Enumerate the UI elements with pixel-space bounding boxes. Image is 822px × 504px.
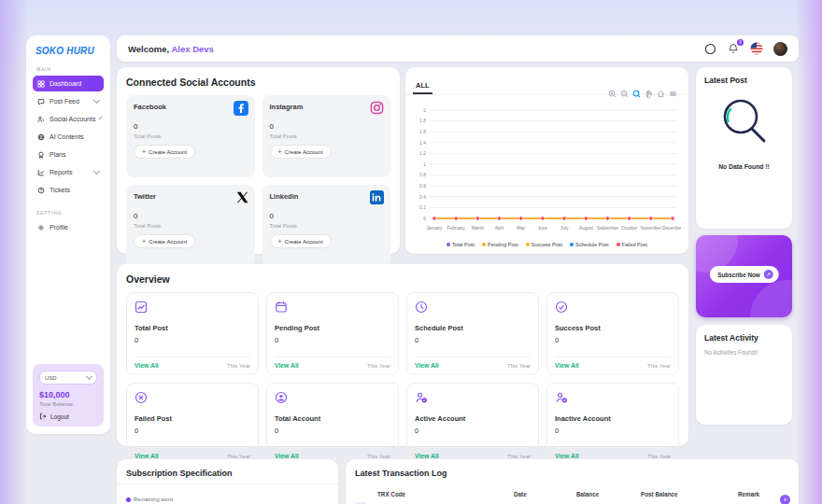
view-all-link[interactable]: View All	[275, 453, 299, 459]
logout-button[interactable]: Logout	[39, 413, 97, 420]
welcome-text: Welcome,	[128, 44, 169, 54]
ai-contents-icon	[37, 133, 45, 141]
twitter-x-icon	[236, 190, 248, 207]
legend-item[interactable]: Schedule Post	[570, 242, 608, 247]
plans-icon	[37, 151, 45, 159]
create-account-label: Create Account	[285, 149, 323, 155]
profile-avatar[interactable]	[773, 42, 787, 56]
reports-icon	[37, 169, 45, 176]
clock-icon	[415, 301, 531, 317]
column-header: TRX Code	[377, 491, 514, 497]
card-title: Active Account	[415, 414, 531, 423]
view-all-link[interactable]: View All	[135, 362, 159, 369]
legend-item[interactable]: Total Post	[446, 242, 475, 247]
svg-text:0: 0	[423, 216, 426, 221]
selection-zoom-icon[interactable]	[632, 90, 641, 98]
line-chart-icon	[135, 301, 250, 317]
view-all-link[interactable]: View All	[555, 362, 579, 369]
social-name: Linkedin	[270, 192, 384, 201]
menu-icon[interactable]	[669, 90, 677, 98]
legend-dot	[570, 243, 574, 246]
period-label: This Year	[367, 363, 390, 369]
language-flag-icon[interactable]	[750, 42, 763, 55]
legend-label: Remaining word	[134, 497, 173, 502]
chevron-down-icon	[93, 168, 100, 175]
sidebar-item-tickets[interactable]: Tickets	[33, 182, 104, 198]
social-tile-instagram: Instagram 0 Total Posts Create Account	[262, 95, 391, 177]
divider	[117, 483, 338, 484]
user-x-icon	[555, 391, 671, 408]
create-account-button[interactable]: Create Account	[134, 234, 195, 248]
theme-toggle-icon[interactable]	[703, 42, 716, 55]
column-header: Balance	[576, 491, 641, 497]
card-value: 0	[415, 336, 531, 344]
svg-text:1.4: 1.4	[419, 140, 426, 146]
svg-text:April: April	[495, 226, 504, 231]
chart-toolbar	[608, 90, 677, 98]
view-all-link[interactable]: View All	[275, 362, 299, 369]
pan-icon[interactable]	[645, 90, 653, 98]
overview-card-active-account: Active Account0View AllThis Year	[406, 383, 539, 466]
subscribe-now-button[interactable]: Subscribe Now	[709, 266, 779, 283]
subscription-specification-panel: Subscription Specification Remaining wor…	[117, 459, 338, 504]
svg-text:0.4: 0.4	[419, 194, 426, 200]
svg-text:June: June	[538, 226, 548, 231]
page-title: Welcome, Alex Devs	[128, 44, 214, 54]
legend-dot	[126, 497, 131, 502]
overview-card-total-account: Total Account0View AllThis Year	[266, 383, 399, 466]
arrow-up-right-icon	[764, 270, 773, 279]
notifications-icon[interactable]: 0	[727, 42, 740, 55]
sidebar-item-label: Reports	[50, 169, 90, 175]
create-account-button[interactable]: Create Account	[270, 145, 332, 159]
logout-label: Logout	[50, 413, 69, 420]
card-value: 0	[275, 336, 390, 344]
overview-panel: Overview Total Post0View AllThis YearPen…	[117, 264, 688, 446]
view-all-link[interactable]: View All	[555, 453, 579, 459]
sidebar-item-profile[interactable]: Profile	[33, 219, 104, 235]
view-all-link[interactable]: View All	[415, 362, 439, 369]
social-total: 0	[134, 122, 248, 131]
svg-text:2: 2	[423, 107, 426, 113]
currency-select[interactable]: USD	[39, 371, 97, 385]
create-account-button[interactable]: Create Account	[134, 145, 195, 159]
posts-line-chart[interactable]: 21.81.61.41.210.80.60.40.20JanuaryFebrua…	[413, 105, 681, 237]
dashboard-page: SOKO HURU MAIN Dashboard Post Feed Socia…	[0, 0, 822, 504]
posts-chart-panel: ALL 21.81.61.41.210.80.60.40.20JanuaryFe…	[405, 67, 688, 254]
sidebar-item-reports[interactable]: Reports	[33, 164, 104, 180]
transaction-detail-button[interactable]	[780, 495, 790, 504]
zoom-in-icon[interactable]	[608, 90, 616, 98]
check-circle-icon	[555, 301, 671, 317]
home-icon[interactable]	[657, 90, 665, 98]
sidebar-item-label: Post Feed	[50, 98, 90, 105]
svg-text:May: May	[517, 226, 526, 231]
sidebar-item-label: AI Contents	[50, 133, 99, 140]
period-label: This Year	[507, 363, 531, 369]
svg-text:1.2: 1.2	[419, 150, 426, 156]
legend-item[interactable]: Failed Post	[616, 242, 648, 247]
dashboard-icon	[37, 80, 45, 88]
overview-card-success-post: Success Post0View AllThis Year	[546, 292, 679, 375]
svg-text:0.2: 0.2	[419, 204, 426, 210]
sidebar: SOKO HURU MAIN Dashboard Post Feed Socia…	[26, 35, 110, 434]
sidebar-item-plans[interactable]: Plans	[33, 147, 104, 162]
social-name: Facebook	[134, 103, 248, 111]
create-account-button[interactable]: Create Account	[270, 234, 332, 248]
column-header: Post Balance	[641, 491, 738, 497]
svg-text:August: August	[579, 226, 594, 231]
sidebar-item-ai-contents[interactable]: AI Contents	[33, 129, 104, 145]
zoom-out-icon[interactable]	[620, 90, 629, 98]
chart-legend: Total PostPending PostSuccess PostSchedu…	[413, 242, 681, 247]
view-all-link[interactable]: View All	[415, 453, 439, 459]
sidebar-item-social-accounts[interactable]: Social Accounts	[33, 111, 104, 127]
subscribe-banner: Subscribe Now	[696, 235, 792, 317]
card-title: Success Post	[555, 324, 671, 332]
legend-dot	[616, 243, 620, 246]
tab-all[interactable]: ALL	[413, 81, 432, 94]
legend-item[interactable]: Success Post	[526, 242, 562, 247]
view-all-link[interactable]: View All	[135, 453, 159, 459]
sidebar-item-post-feed[interactable]: Post Feed	[33, 93, 104, 109]
card-value: 0	[555, 427, 671, 435]
panel-title: Overview	[126, 273, 679, 285]
legend-item[interactable]: Pending Post	[482, 242, 518, 247]
sidebar-item-dashboard[interactable]: Dashboard	[33, 76, 104, 91]
